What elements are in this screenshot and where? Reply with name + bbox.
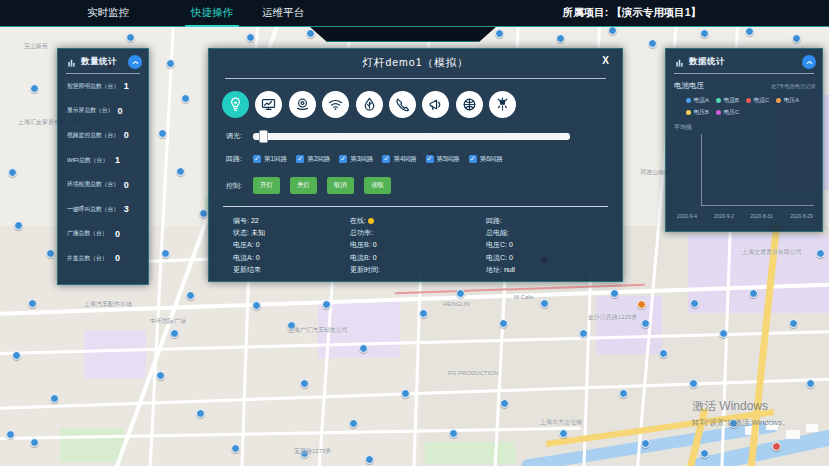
map-marker[interactable] (28, 299, 37, 308)
map-marker[interactable] (456, 289, 465, 298)
turn-on-button[interactable]: 开灯 (253, 177, 280, 194)
map-marker[interactable] (252, 301, 261, 310)
circuit-label: 回路: (226, 154, 253, 164)
read-button[interactable]: 读取 (364, 177, 391, 194)
wifi-icon[interactable] (322, 91, 349, 118)
map-marker[interactable] (199, 209, 208, 218)
map-marker[interactable] (579, 329, 588, 338)
circuit-checkbox-item[interactable]: ✓ 第1回路 (253, 155, 287, 164)
map-marker[interactable] (610, 289, 619, 298)
map-marker[interactable] (559, 429, 568, 438)
tab-realtime-monitoring[interactable]: 实时监控 (85, 1, 131, 25)
lighting-icon[interactable] (222, 91, 249, 118)
电压A[interactable]: 电压A (776, 96, 799, 105)
map-marker[interactable] (500, 399, 509, 408)
map-marker[interactable] (246, 33, 255, 42)
map-marker[interactable] (499, 319, 508, 328)
map-marker[interactable] (690, 299, 699, 308)
turn-off-button[interactable]: 关灯 (290, 177, 317, 194)
map-marker[interactable] (540, 299, 549, 308)
manhole-icon[interactable] (456, 91, 483, 118)
map-marker[interactable] (231, 444, 240, 453)
map-marker[interactable] (608, 26, 617, 35)
dimming-slider[interactable] (253, 133, 570, 140)
电流B[interactable]: 电流B (716, 96, 739, 105)
map-marker[interactable] (14, 221, 23, 230)
circuit-checkbox-item[interactable]: ✓ 第5回路 (426, 155, 460, 164)
collapse-button[interactable] (128, 55, 142, 69)
map-marker[interactable] (359, 344, 368, 353)
电压C[interactable]: 电压C (716, 108, 739, 117)
call-icon[interactable] (389, 91, 416, 118)
map-marker[interactable] (689, 379, 698, 388)
circuit-checkbox-item[interactable]: ✓ 第3回路 (339, 155, 373, 164)
circuit-checkbox-item[interactable]: ✓ 第2回路 (296, 155, 330, 164)
checkbox-checked-icon[interactable]: ✓ (382, 155, 390, 163)
map-marker[interactable] (186, 291, 195, 300)
map-marker[interactable] (816, 249, 825, 258)
map-marker[interactable] (8, 168, 17, 177)
map-marker[interactable] (349, 419, 358, 428)
screen-icon[interactable] (255, 91, 282, 118)
map-marker[interactable] (176, 167, 185, 176)
circuit-checkbox-item[interactable]: ✓ 第4回路 (382, 155, 416, 164)
slider-handle[interactable] (259, 130, 268, 143)
map-marker[interactable] (170, 329, 179, 338)
map-marker[interactable] (619, 389, 628, 398)
map-marker[interactable] (6, 430, 15, 439)
map-marker[interactable] (449, 429, 458, 438)
map-marker[interactable] (659, 349, 668, 358)
map-marker[interactable] (365, 455, 374, 464)
circuit-checkbox-item[interactable]: ✓ 第6回路 (469, 155, 503, 164)
map-marker[interactable] (792, 34, 801, 43)
map-marker[interactable] (495, 29, 504, 38)
close-button[interactable]: X (602, 55, 609, 66)
map-marker[interactable] (126, 33, 135, 42)
map-marker[interactable] (700, 449, 709, 458)
map-marker[interactable] (789, 319, 798, 328)
light-sensor-icon[interactable] (489, 91, 516, 118)
collapse-button[interactable] (802, 55, 816, 69)
map-marker[interactable] (772, 442, 781, 451)
tab-quick-operations[interactable]: 快捷操作 (189, 1, 235, 25)
电压B[interactable]: 电压B (686, 108, 709, 117)
checkbox-checked-icon[interactable]: ✓ (253, 155, 261, 163)
cancel-button[interactable]: 取消 (327, 177, 354, 194)
map-marker[interactable] (181, 94, 190, 103)
map-marker[interactable] (300, 379, 309, 388)
map-marker[interactable] (156, 371, 165, 380)
map-marker[interactable] (30, 438, 39, 447)
broadcast-icon[interactable] (422, 91, 449, 118)
map-marker[interactable] (12, 351, 21, 360)
map-marker[interactable] (161, 249, 170, 258)
checkbox-checked-icon[interactable]: ✓ (469, 155, 477, 163)
camera-icon[interactable] (289, 91, 316, 118)
map-marker[interactable] (556, 34, 565, 43)
checkbox-checked-icon[interactable]: ✓ (339, 155, 347, 163)
tab-ops-platform[interactable]: 运维平台 (260, 1, 306, 25)
environment-icon[interactable] (356, 91, 383, 118)
map-marker[interactable] (745, 27, 754, 36)
map-marker[interactable] (196, 409, 205, 418)
电流C[interactable]: 电流C (746, 96, 769, 105)
map-marker[interactable] (749, 289, 758, 298)
map-marker[interactable] (648, 39, 657, 48)
map-marker[interactable] (806, 379, 815, 388)
map-marker[interactable] (719, 329, 728, 338)
map-marker[interactable] (30, 84, 39, 93)
map-marker[interactable] (419, 309, 428, 318)
map-marker[interactable] (641, 319, 650, 328)
map-marker[interactable] (158, 129, 167, 138)
map-marker[interactable] (700, 29, 709, 38)
map-marker[interactable] (641, 439, 650, 448)
map-marker[interactable] (166, 59, 175, 68)
map-marker[interactable] (50, 394, 59, 403)
map-marker[interactable] (322, 300, 331, 309)
map-marker[interactable] (401, 389, 410, 398)
电流A[interactable]: 电流A (686, 96, 709, 105)
checkbox-checked-icon[interactable]: ✓ (426, 155, 434, 163)
map-marker[interactable] (637, 300, 646, 309)
checkbox-checked-icon[interactable]: ✓ (296, 155, 304, 163)
map-marker[interactable] (306, 29, 315, 38)
map-marker[interactable] (46, 249, 55, 258)
